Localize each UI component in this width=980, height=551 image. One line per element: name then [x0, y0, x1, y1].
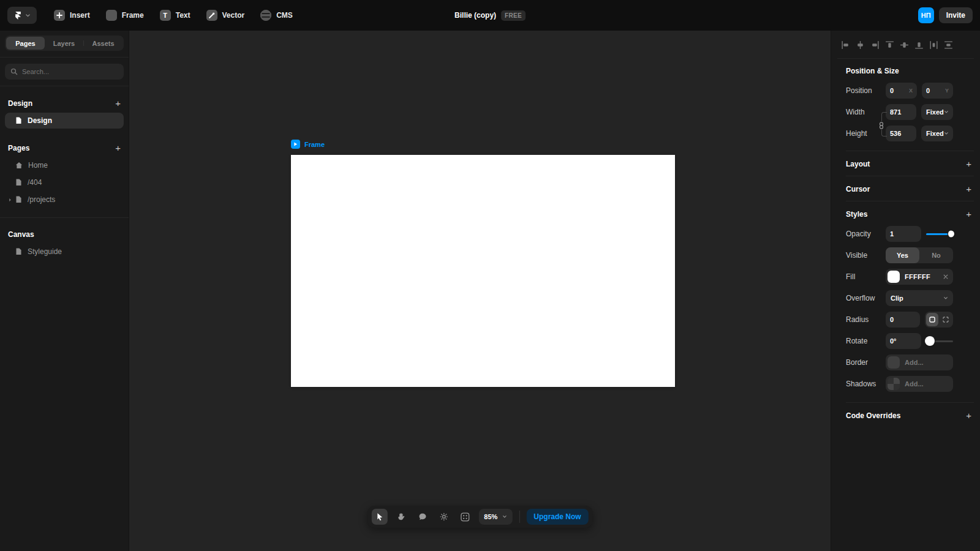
radius-per-corner-option[interactable]	[940, 313, 952, 326]
insert-tool[interactable]: Insert	[54, 10, 90, 21]
align-bottom-icon[interactable]	[914, 40, 924, 50]
align-vertical-center-icon[interactable]	[900, 40, 909, 50]
theme-toggle-button[interactable]	[435, 509, 451, 525]
page-icon	[15, 179, 22, 186]
align-horizontal-center-icon[interactable]	[856, 40, 865, 50]
radius-mode-group	[925, 312, 953, 328]
position-y-field[interactable]: Y	[922, 83, 953, 99]
height-field[interactable]	[886, 126, 916, 141]
rotate-input[interactable]	[890, 337, 917, 345]
radius-uniform-option[interactable]	[926, 313, 938, 326]
add-style-button[interactable]: +	[966, 209, 971, 219]
section-title: Code Overrides	[846, 411, 900, 420]
y-suffix: Y	[945, 88, 949, 94]
rotate-label: Rotate	[846, 337, 886, 345]
text-tool[interactable]: T Text	[160, 10, 190, 21]
apps-grid-button[interactable]	[457, 509, 473, 525]
add-code-override-button[interactable]: +	[966, 411, 971, 420]
tab-assets[interactable]: Assets	[84, 37, 123, 50]
opacity-field[interactable]	[886, 226, 921, 242]
divider	[0, 217, 129, 218]
sidebar-item-projects[interactable]: /projects	[5, 192, 124, 208]
position-y-input[interactable]	[926, 87, 945, 94]
opacity-input[interactable]	[890, 230, 917, 238]
item-label: Home	[28, 161, 48, 170]
search-field[interactable]	[5, 64, 124, 80]
topbar-right: HП Invite	[918, 7, 973, 23]
width-mode-select[interactable]: Fixed	[921, 104, 953, 120]
add-design-page-button[interactable]: +	[115, 99, 121, 108]
opacity-slider[interactable]	[926, 233, 953, 235]
height-label: Height	[846, 129, 886, 138]
width-input[interactable]	[890, 108, 912, 116]
fill-color-swatch[interactable]	[888, 271, 900, 283]
frame-layer-label[interactable]: Frame	[291, 140, 325, 149]
slider-knob[interactable]	[925, 336, 935, 346]
frame-tool[interactable]: Frame	[106, 10, 144, 21]
add-page-button[interactable]: +	[115, 143, 121, 152]
position-x-input[interactable]	[890, 87, 909, 94]
chevron-down-icon	[944, 131, 949, 136]
zoom-level-select[interactable]: 85%	[478, 509, 512, 525]
radius-field[interactable]	[886, 312, 920, 328]
search-input[interactable]	[22, 68, 118, 75]
height-mode-select[interactable]: Fixed	[921, 126, 953, 141]
sidebar-item-home[interactable]: Home	[5, 157, 124, 173]
tab-layers[interactable]: Layers	[45, 37, 83, 50]
canvas-area[interactable]: Frame	[129, 31, 831, 551]
add-layout-button[interactable]: +	[966, 159, 971, 168]
distribute-horizontal-icon[interactable]	[929, 40, 938, 50]
align-top-icon[interactable]	[885, 40, 894, 50]
section-title: Canvas	[8, 230, 34, 239]
inspector-panel: Position & Size Position X Y Width	[831, 31, 980, 551]
width-field[interactable]	[886, 104, 916, 120]
distribute-vertical-icon[interactable]	[944, 40, 953, 50]
cms-tool-icon	[260, 10, 271, 21]
grid-dots-icon	[461, 512, 470, 522]
rotate-slider[interactable]	[926, 340, 953, 342]
fill-control[interactable]: FFFFFF	[886, 269, 953, 285]
radius-row: Radius	[831, 312, 980, 328]
comment-tool-button[interactable]	[414, 509, 430, 525]
pan-tool-button[interactable]	[393, 509, 409, 525]
slider-knob[interactable]	[948, 231, 954, 238]
radius-input[interactable]	[890, 316, 916, 323]
height-input[interactable]	[890, 130, 912, 137]
zoom-level-value: 85%	[484, 513, 497, 520]
invite-button[interactable]: Invite	[939, 7, 973, 23]
vector-tool[interactable]: Vector	[206, 10, 245, 21]
section-title: Layout	[846, 160, 870, 168]
align-left-icon[interactable]	[841, 40, 850, 50]
user-avatar[interactable]: HП	[918, 7, 934, 23]
visible-yes-option[interactable]: Yes	[886, 247, 919, 263]
styles-section-header: Styles +	[831, 201, 980, 226]
tab-pages[interactable]: Pages	[6, 37, 45, 50]
app-menu-button[interactable]	[7, 7, 37, 24]
document-title-group[interactable]: Billie (copy) FREE	[454, 10, 526, 21]
height-mode-value: Fixed	[926, 130, 944, 137]
opacity-label: Opacity	[846, 230, 886, 238]
design-frame[interactable]	[291, 155, 675, 387]
align-right-icon[interactable]	[870, 40, 880, 50]
rotate-field[interactable]	[886, 333, 921, 349]
overflow-select[interactable]: Clip	[886, 290, 953, 306]
cursor-section-header: Cursor +	[831, 176, 980, 201]
border-add-control[interactable]: Add...	[886, 354, 953, 370]
cms-tool[interactable]: CMS	[260, 10, 293, 21]
sidebar-item-404[interactable]: /404	[5, 174, 124, 190]
sidebar-item-design[interactable]: Design	[5, 113, 124, 129]
divider	[0, 86, 129, 86]
upgrade-now-button[interactable]: Upgrade Now	[526, 509, 588, 525]
visible-no-option[interactable]: No	[919, 247, 953, 263]
position-x-field[interactable]: X	[886, 83, 917, 99]
width-row: Width Fixed	[831, 104, 980, 120]
sidebar-item-styleguide[interactable]: Styleguide	[5, 244, 124, 260]
select-tool-button[interactable]	[371, 509, 387, 525]
remove-fill-icon[interactable]	[943, 274, 948, 279]
chevron-right-icon[interactable]	[8, 198, 12, 202]
link-icon[interactable]	[878, 121, 884, 130]
item-label: Design	[28, 116, 52, 125]
shadows-add-control[interactable]: Add...	[886, 376, 953, 392]
add-cursor-button[interactable]: +	[966, 184, 971, 193]
item-label: /projects	[28, 195, 55, 204]
